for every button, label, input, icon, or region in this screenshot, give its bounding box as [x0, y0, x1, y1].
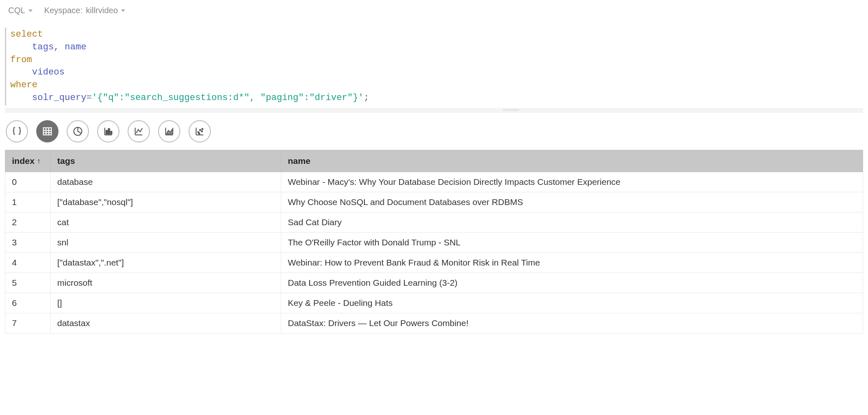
cell-tags: microsoft [51, 273, 281, 293]
cell-name: Data Loss Prevention Guided Learning (3-… [281, 273, 863, 293]
line-icon [133, 126, 144, 137]
language-selector[interactable]: CQL [8, 6, 33, 15]
resize-handle-icon [503, 109, 519, 112]
table-row[interactable]: 7datastaxDataStax: Drivers — Let Our Pow… [5, 313, 863, 333]
cell-tags: database [51, 172, 281, 192]
table-row[interactable]: 5microsoftData Loss Prevention Guided Le… [5, 273, 863, 293]
area-view-button[interactable] [158, 120, 180, 142]
where-value: '{"q":"search_suggestions:d*", "paging":… [92, 93, 364, 103]
cell-name: Webinar: How to Prevent Bank Fraud & Mon… [281, 252, 863, 273]
cell-tags: snl [51, 232, 281, 252]
keyspace-value: killrvideo [86, 6, 118, 15]
cell-name: Why Choose NoSQL and Document Databases … [281, 192, 863, 212]
keyword-where: where [10, 80, 37, 90]
cell-name: The O'Reilly Factor with Donald Trump - … [281, 232, 863, 252]
cell-index: 6 [5, 293, 51, 313]
table-row[interactable]: 3snlThe O'Reilly Factor with Donald Trum… [5, 232, 863, 252]
svg-rect-9 [108, 128, 110, 134]
topbar: CQL Keyspace: killrvideo [0, 0, 868, 19]
language-label: CQL [8, 6, 25, 15]
view-mode-toolbar [0, 120, 868, 150]
svg-rect-0 [43, 128, 51, 135]
line-view-button[interactable] [128, 120, 150, 142]
table-view-button[interactable] [36, 120, 58, 142]
svg-rect-8 [106, 131, 107, 134]
svg-point-17 [198, 132, 199, 133]
results-table: index↑ tags name 0databaseWebinar - Macy… [5, 150, 863, 333]
braces-icon [12, 126, 22, 137]
where-field: solr_query [32, 93, 86, 103]
keyword-from: from [10, 55, 32, 65]
keyspace-selector[interactable]: Keyspace: killrvideo [44, 6, 125, 15]
cell-tags: ["database","nosql"] [51, 192, 281, 212]
cell-name: DataStax: Drivers — Let Our Powers Combi… [281, 313, 863, 333]
query-editor[interactable]: select tags, name from videos where solr… [5, 28, 863, 105]
grid-icon [42, 126, 53, 137]
cell-index: 1 [5, 192, 51, 212]
keyspace-prefix: Keyspace: [44, 6, 82, 15]
table-row[interactable]: 0databaseWebinar - Macy's: Why Your Data… [5, 172, 863, 192]
header-name[interactable]: name [281, 150, 863, 172]
scatter-view-button[interactable] [189, 120, 211, 142]
cell-index: 5 [5, 273, 51, 293]
cell-tags: cat [51, 212, 281, 232]
header-tags[interactable]: tags [51, 150, 281, 172]
cell-index: 0 [5, 172, 51, 192]
svg-point-18 [200, 129, 201, 131]
cell-name: Webinar - Macy's: Why Your Database Deci… [281, 172, 863, 192]
pie-view-button[interactable] [67, 120, 89, 142]
select-columns: tags, name [32, 42, 86, 52]
cell-index: 3 [5, 232, 51, 252]
pie-icon [72, 126, 83, 137]
header-index[interactable]: index↑ [5, 150, 51, 172]
scatter-icon [194, 126, 205, 137]
editor-resize-bar[interactable] [5, 108, 863, 113]
sort-asc-icon: ↑ [37, 157, 41, 166]
json-view-button[interactable] [6, 120, 28, 142]
cell-index: 7 [5, 313, 51, 333]
cell-name: Key & Peele - Dueling Hats [281, 293, 863, 313]
svg-point-20 [199, 133, 200, 134]
area-icon [164, 126, 175, 137]
cell-tags: [] [51, 293, 281, 313]
bar-view-button[interactable] [97, 120, 119, 142]
table-row[interactable]: 1["database","nosql"]Why Choose NoSQL an… [5, 192, 863, 212]
cell-tags: datastax [51, 313, 281, 333]
cell-name: Sad Cat Diary [281, 212, 863, 232]
cell-tags: ["datastax",".net"] [51, 252, 281, 273]
keyword-select: select [10, 29, 43, 40]
svg-point-21 [202, 128, 203, 130]
caret-down-icon [28, 9, 33, 12]
bar-icon [103, 126, 114, 137]
caret-down-icon [121, 9, 125, 12]
cell-index: 4 [5, 252, 51, 273]
cell-index: 2 [5, 212, 51, 232]
table-row[interactable]: 6[]Key & Peele - Dueling Hats [5, 293, 863, 313]
svg-point-19 [201, 131, 203, 132]
from-table: videos [32, 67, 65, 77]
svg-rect-10 [110, 131, 112, 134]
table-row[interactable]: 2catSad Cat Diary [5, 212, 863, 232]
table-row[interactable]: 4["datastax",".net"]Webinar: How to Prev… [5, 252, 863, 273]
